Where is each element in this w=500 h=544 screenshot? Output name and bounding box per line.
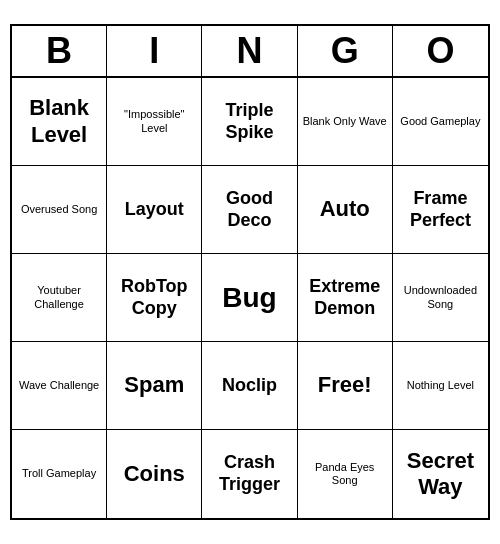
- bingo-cell-14: Undownloaded Song: [393, 254, 488, 342]
- bingo-cell-4: Good Gameplay: [393, 78, 488, 166]
- bingo-cell-6: Layout: [107, 166, 202, 254]
- cell-text-17: Noclip: [222, 375, 277, 397]
- bingo-cell-7: Good Deco: [202, 166, 297, 254]
- bingo-cell-8: Auto: [298, 166, 393, 254]
- bingo-cell-17: Noclip: [202, 342, 297, 430]
- bingo-cell-20: Troll Gameplay: [12, 430, 107, 518]
- bingo-letter-i: I: [107, 26, 202, 76]
- bingo-header: BINGO: [12, 26, 488, 78]
- cell-text-11: RobTop Copy: [111, 276, 197, 319]
- cell-text-18: Free!: [318, 372, 372, 398]
- bingo-letter-b: B: [12, 26, 107, 76]
- bingo-cell-5: Overused Song: [12, 166, 107, 254]
- cell-text-7: Good Deco: [206, 188, 292, 231]
- bingo-cell-11: RobTop Copy: [107, 254, 202, 342]
- cell-text-13: Extreme Demon: [302, 276, 388, 319]
- cell-text-23: Panda Eyes Song: [302, 461, 388, 487]
- cell-text-3: Blank Only Wave: [303, 115, 387, 128]
- bingo-cell-3: Blank Only Wave: [298, 78, 393, 166]
- bingo-cell-0: Blank Level: [12, 78, 107, 166]
- bingo-cell-12: Bug: [202, 254, 297, 342]
- bingo-cell-19: Nothing Level: [393, 342, 488, 430]
- bingo-cell-2: Triple Spike: [202, 78, 297, 166]
- bingo-cell-15: Wave Challenge: [12, 342, 107, 430]
- bingo-cell-22: Crash Trigger: [202, 430, 297, 518]
- bingo-cell-18: Free!: [298, 342, 393, 430]
- cell-text-4: Good Gameplay: [400, 115, 480, 128]
- cell-text-0: Blank Level: [16, 95, 102, 148]
- bingo-letter-g: G: [298, 26, 393, 76]
- bingo-cell-23: Panda Eyes Song: [298, 430, 393, 518]
- cell-text-8: Auto: [320, 196, 370, 222]
- bingo-cell-21: Coins: [107, 430, 202, 518]
- cell-text-20: Troll Gameplay: [22, 467, 96, 480]
- cell-text-10: Youtuber Challenge: [16, 284, 102, 310]
- cell-text-24: Secret Way: [397, 448, 484, 501]
- bingo-letter-o: O: [393, 26, 488, 76]
- bingo-cell-13: Extreme Demon: [298, 254, 393, 342]
- bingo-grid: Blank Level"Impossible" LevelTriple Spik…: [12, 78, 488, 518]
- cell-text-16: Spam: [124, 372, 184, 398]
- bingo-card: BINGO Blank Level"Impossible" LevelTripl…: [10, 24, 490, 520]
- bingo-cell-16: Spam: [107, 342, 202, 430]
- cell-text-12: Bug: [222, 281, 276, 315]
- cell-text-9: Frame Perfect: [397, 188, 484, 231]
- bingo-letter-n: N: [202, 26, 297, 76]
- cell-text-1: "Impossible" Level: [111, 108, 197, 134]
- cell-text-22: Crash Trigger: [206, 452, 292, 495]
- cell-text-19: Nothing Level: [407, 379, 474, 392]
- cell-text-2: Triple Spike: [206, 100, 292, 143]
- cell-text-5: Overused Song: [21, 203, 97, 216]
- cell-text-6: Layout: [125, 199, 184, 221]
- cell-text-14: Undownloaded Song: [397, 284, 484, 310]
- bingo-cell-24: Secret Way: [393, 430, 488, 518]
- bingo-cell-10: Youtuber Challenge: [12, 254, 107, 342]
- bingo-cell-9: Frame Perfect: [393, 166, 488, 254]
- cell-text-15: Wave Challenge: [19, 379, 99, 392]
- cell-text-21: Coins: [124, 461, 185, 487]
- bingo-cell-1: "Impossible" Level: [107, 78, 202, 166]
